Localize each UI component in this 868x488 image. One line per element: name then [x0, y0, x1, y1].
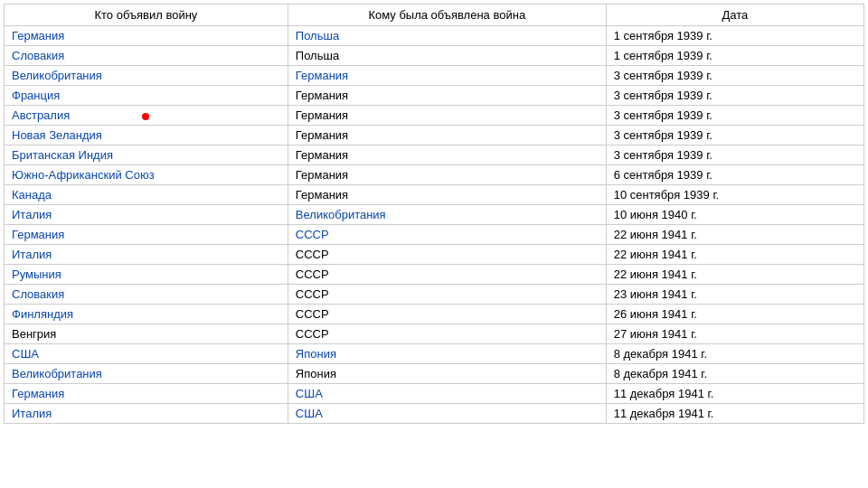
table-row: ИталияСССР22 июня 1941 г.: [5, 245, 864, 265]
table-row: ИталияСША11 декабря 1941 г.: [5, 404, 864, 424]
cell-declarer: Франция: [5, 86, 288, 106]
cell-declarer: Канада: [5, 185, 288, 205]
declarer-link[interactable]: Канада: [12, 188, 52, 202]
cell-date: 3 сентября 1939 г.: [606, 145, 863, 165]
declarer-link[interactable]: Словакия: [12, 49, 64, 62]
declarer-link[interactable]: Британская Индия: [12, 148, 113, 162]
cell-date: 6 сентября 1939 г.: [606, 165, 863, 185]
cell-declarer: США: [5, 344, 288, 364]
header-col1: Кто объявил войну: [5, 5, 288, 26]
cell-declarer: Финляндия: [5, 305, 288, 324]
target-link[interactable]: Япония: [296, 347, 336, 361]
cell-declarer: Италия: [5, 404, 288, 424]
cell-declarer: Германия: [5, 225, 288, 245]
header-col3: Дата: [606, 5, 863, 26]
table-row: ВеликобританияЯпония8 декабря 1941 г.: [5, 364, 864, 384]
cell-date: 27 июня 1941 г.: [606, 324, 863, 344]
cell-target: Германия: [288, 145, 606, 165]
cell-target: Польша: [288, 26, 606, 46]
cell-date: 10 сентября 1939 г.: [606, 185, 863, 205]
table-row: СловакияПольша1 сентября 1939 г.: [5, 46, 864, 66]
declarer-link[interactable]: Великобритания: [12, 367, 102, 380]
target-link[interactable]: США: [296, 407, 323, 420]
cell-date: 8 декабря 1941 г.: [606, 344, 863, 364]
cell-date: 10 июня 1940 г.: [606, 205, 863, 225]
cell-declarer: Словакия: [5, 46, 288, 66]
target-link[interactable]: Германия: [296, 69, 348, 82]
table-row: ВенгрияСССР27 июня 1941 г.: [5, 324, 864, 344]
cell-date: 22 июня 1941 г.: [606, 245, 863, 265]
cell-target: СССР: [288, 285, 606, 305]
table-row: ГерманияСША11 декабря 1941 г.: [5, 384, 864, 404]
target-link[interactable]: Польша: [296, 29, 339, 42]
cell-target: СССР: [288, 265, 606, 285]
cell-declarer: Великобритания: [5, 66, 288, 86]
header-col2: Кому была объявлена война: [288, 5, 606, 26]
cell-target: Германия: [288, 126, 606, 145]
declarer-link[interactable]: Великобритания: [12, 69, 102, 82]
cell-target: СССР: [288, 305, 606, 324]
cell-date: 22 июня 1941 г.: [606, 265, 863, 285]
cell-target: Германия: [288, 165, 606, 185]
war-declarations-table: Кто объявил войну Кому была объявлена во…: [4, 4, 864, 424]
cell-target: США: [288, 384, 606, 404]
cell-target: СССР: [288, 324, 606, 344]
cell-target: Великобритания: [288, 205, 606, 225]
table-row: АвстралияГермания3 сентября 1939 г.: [5, 106, 864, 126]
cell-target: Германия: [288, 86, 606, 106]
cell-target: Германия: [288, 66, 606, 86]
cell-declarer: Словакия: [5, 285, 288, 305]
declarer-link[interactable]: Австралия: [12, 108, 70, 122]
cell-date: 3 сентября 1939 г.: [606, 86, 863, 106]
declarer-link[interactable]: Франция: [12, 89, 60, 102]
declarer-link[interactable]: Германия: [12, 387, 64, 400]
target-link[interactable]: США: [296, 387, 323, 400]
cell-declarer: Южно-Африканский Союз: [5, 165, 288, 185]
table-row: СловакияСССР23 июня 1941 г.: [5, 285, 864, 305]
declarer-link[interactable]: Германия: [12, 29, 64, 42]
cell-date: 26 июня 1941 г.: [606, 305, 863, 324]
declarer-link[interactable]: Италия: [12, 407, 52, 420]
cell-target: СССР: [288, 245, 606, 265]
cell-date: 3 сентября 1939 г.: [606, 66, 863, 86]
declarer-link[interactable]: Германия: [12, 228, 64, 241]
main-container: Кто объявил войну Кому была объявлена во…: [0, 0, 868, 427]
cell-date: 1 сентября 1939 г.: [606, 46, 863, 66]
cell-target: Япония: [288, 364, 606, 384]
target-link[interactable]: Великобритания: [296, 208, 386, 221]
cell-declarer: Германия: [5, 384, 288, 404]
table-row: ИталияВеликобритания10 июня 1940 г.: [5, 205, 864, 225]
cell-date: 11 декабря 1941 г.: [606, 404, 863, 424]
cell-declarer: Италия: [5, 205, 288, 225]
declarer-link[interactable]: Словакия: [12, 287, 64, 301]
declarer-link[interactable]: Италия: [12, 248, 52, 261]
cell-declarer: Германия: [5, 26, 288, 46]
declarer-link[interactable]: Италия: [12, 208, 52, 221]
cell-date: 1 сентября 1939 г.: [606, 26, 863, 46]
table-row: ФранцияГермания3 сентября 1939 г.: [5, 86, 864, 106]
cell-declarer: Италия: [5, 245, 288, 265]
declarer-link[interactable]: Новая Зеландия: [12, 128, 102, 142]
table-row: ВеликобританияГермания3 сентября 1939 г.: [5, 66, 864, 86]
table-row: Новая ЗеландияГермания3 сентября 1939 г.: [5, 126, 864, 145]
table-row: ФинляндияСССР26 июня 1941 г.: [5, 305, 864, 324]
cell-target: Польша: [288, 46, 606, 66]
declarer-link[interactable]: Финляндия: [12, 307, 73, 321]
cell-declarer: Венгрия: [5, 324, 288, 344]
cell-target: Япония: [288, 344, 606, 364]
table-row: Южно-Африканский СоюзГермания6 сентября …: [5, 165, 864, 185]
table-row: РумынияСССР22 июня 1941 г.: [5, 265, 864, 285]
cell-date: 8 декабря 1941 г.: [606, 364, 863, 384]
declarer-link[interactable]: Южно-Африканский Союз: [12, 168, 155, 182]
declarer-link[interactable]: Румыния: [12, 267, 61, 281]
cell-declarer: Австралия: [5, 106, 288, 126]
declarer-link[interactable]: США: [12, 347, 39, 361]
cell-date: 11 декабря 1941 г.: [606, 384, 863, 404]
target-link[interactable]: СССР: [296, 228, 329, 241]
cell-target: Германия: [288, 106, 606, 126]
cell-declarer: Великобритания: [5, 364, 288, 384]
cell-target: СССР: [288, 225, 606, 245]
cell-date: 22 июня 1941 г.: [606, 225, 863, 245]
cell-target: Германия: [288, 185, 606, 205]
table-row: КанадаГермания10 сентября 1939 г.: [5, 185, 864, 205]
